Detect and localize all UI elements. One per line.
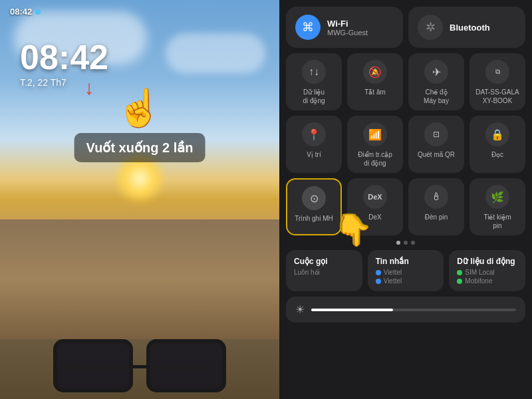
brightness-fill	[311, 309, 393, 311]
wifi-label: Wi-Fi	[327, 19, 368, 29]
wifi-sublabel: MWG-Guest	[327, 29, 368, 37]
wifi-tile[interactable]: ⌘ Wi-Fi MWG-Guest	[286, 7, 403, 48]
airplane-icon: ✈	[424, 60, 448, 84]
data-sim1: SIM Local	[457, 269, 517, 276]
messages-sim1: Viettel	[376, 269, 436, 276]
data-sim2: Mobifone	[457, 277, 517, 285]
data-sim2-label: Mobifone	[465, 277, 492, 285]
location-icon: 📍	[302, 122, 326, 146]
dat-tile[interactable]: ⧉ DAT-SS-GALAXY-BOOK	[469, 53, 525, 110]
mobile-data-tile[interactable]: ↑↓ Dữ liệudi động	[286, 53, 342, 110]
bluetooth-icon: ✲	[418, 15, 443, 40]
silent-icon: 🔕	[363, 60, 387, 84]
control-center: ⌘ Wi-Fi MWG-Guest ✲ Bluetooth ↑↓ Dữ liệu…	[279, 0, 532, 399]
swipe-instruction: ↓ ☝ Vuốt xuống 2 lần	[74, 86, 205, 162]
read-label: Đọc	[491, 150, 503, 159]
brightness-icon: ☀	[295, 303, 305, 316]
data-sim1-dot	[457, 270, 462, 275]
brightness-track[interactable]	[311, 309, 516, 311]
status-time: 08:42	[10, 7, 32, 17]
notification-dot	[35, 9, 41, 15]
location-tile[interactable]: 📍 Vị trí	[286, 116, 342, 173]
hotspot-tile[interactable]: 📶 Điểm tr.cậpdi động	[347, 116, 403, 173]
qr-label: Quét mã QR	[418, 150, 455, 159]
page-dots	[286, 241, 525, 245]
glasses-right-lens	[146, 339, 226, 392]
sim2-dot	[376, 279, 381, 284]
data-sim1-label: SIM Local	[465, 269, 494, 276]
dat-label: DAT-SS-GALAXY-BOOK	[475, 88, 519, 105]
sim1-label: Viettel	[384, 269, 402, 276]
qr-icon: ⊡	[424, 122, 448, 146]
dex-icon: DeX	[363, 185, 387, 209]
hotspot-label: Điểm tr.cậpdi động	[358, 150, 392, 168]
messages-sim2: Viettel	[376, 277, 436, 285]
glasses	[40, 319, 239, 399]
flashlight-label: Đèn pin	[425, 213, 448, 221]
glasses-left-lens	[53, 339, 133, 392]
silent-label: Tắt âm	[364, 88, 386, 96]
calls-title: Cuộc gọi	[294, 257, 354, 266]
battery-saver-label: Tiết kiệmpin	[483, 213, 511, 230]
location-label: Vị trí	[307, 150, 321, 159]
messages-title: Tin nhắn	[376, 257, 436, 266]
mobile-data-info-tile[interactable]: Dữ liệu di động SIM Local Mobifone	[449, 250, 525, 291]
calls-sub: Luôn hồi	[294, 269, 354, 276]
bluetooth-label: Bluetooth	[450, 23, 490, 33]
swipe-hand-icon: ↓ ☝	[74, 86, 205, 130]
flashlight-tile[interactable]: 🕯 Đèn pin	[408, 178, 464, 235]
quick-settings-grid: ↑↓ Dữ liệudi động 🔕 Tắt âm ✈ Chế độMáy b…	[286, 53, 525, 235]
battery-saver-icon: 🌿	[485, 185, 509, 209]
wifi-text: Wi-Fi MWG-Guest	[327, 19, 368, 37]
dot-1	[396, 241, 400, 245]
dat-icon: ⧉	[485, 60, 509, 84]
calls-tile[interactable]: Cuộc gọi Luôn hồi	[286, 250, 362, 291]
read-tile[interactable]: 🔒 Đọc	[469, 116, 525, 173]
screen-recorder-label: Trình ghi MH	[295, 214, 332, 223]
brightness-bar[interactable]: ☀	[286, 297, 525, 323]
read-icon: 🔒	[485, 122, 509, 146]
mobile-data-label: Dữ liệudi động	[303, 88, 325, 105]
phone-lockscreen: 08:42 08:42 T.2, 22 Th7 ↓ ☝ Vuốt xuống 2…	[0, 0, 279, 399]
screen-recorder-tile[interactable]: ⊙ Trình ghi MH	[286, 178, 342, 235]
sim2-label: Viettel	[384, 277, 402, 285]
airplane-label: Chế độMáy bay	[424, 88, 449, 105]
dex-label: DeX	[368, 213, 381, 221]
status-bar: 08:42	[10, 7, 41, 17]
battery-saver-tile[interactable]: 🌿 Tiết kiệmpin	[469, 178, 525, 235]
hotspot-icon: 📶	[363, 122, 387, 146]
bottom-info-tiles: Cuộc gọi Luôn hồi Tin nhắn Viettel Viett…	[286, 250, 525, 291]
mobile-data-info-title: Dữ liệu di động	[457, 257, 517, 266]
dex-tile[interactable]: DeX DeX	[347, 178, 403, 235]
bluetooth-tile[interactable]: ✲ Bluetooth	[408, 7, 525, 48]
mobile-data-icon: ↑↓	[302, 60, 326, 84]
time-display: 08:42 T.2, 22 Th7	[20, 40, 108, 88]
qr-tile[interactable]: ⊡ Quét mã QR	[408, 116, 464, 173]
clock: 08:42	[20, 40, 108, 74]
connectivity-tiles: ⌘ Wi-Fi MWG-Guest ✲ Bluetooth	[286, 7, 525, 48]
flashlight-icon: 🕯	[424, 185, 448, 209]
arrow-down-icon: ↓	[84, 76, 94, 99]
silent-tile[interactable]: 🔕 Tắt âm	[347, 53, 403, 110]
airplane-tile[interactable]: ✈ Chế độMáy bay	[408, 53, 464, 110]
bluetooth-text: Bluetooth	[450, 23, 490, 33]
sim1-dot	[376, 270, 381, 275]
wifi-icon: ⌘	[295, 15, 321, 40]
data-sim2-dot	[457, 279, 462, 284]
screen-recorder-icon: ⊙	[302, 186, 326, 210]
dot-2	[404, 241, 408, 245]
swipe-text: Vuốt xuống 2 lần	[74, 133, 205, 162]
dot-3	[411, 241, 415, 245]
messages-tile[interactable]: Tin nhắn Viettel Viettel	[368, 250, 444, 291]
